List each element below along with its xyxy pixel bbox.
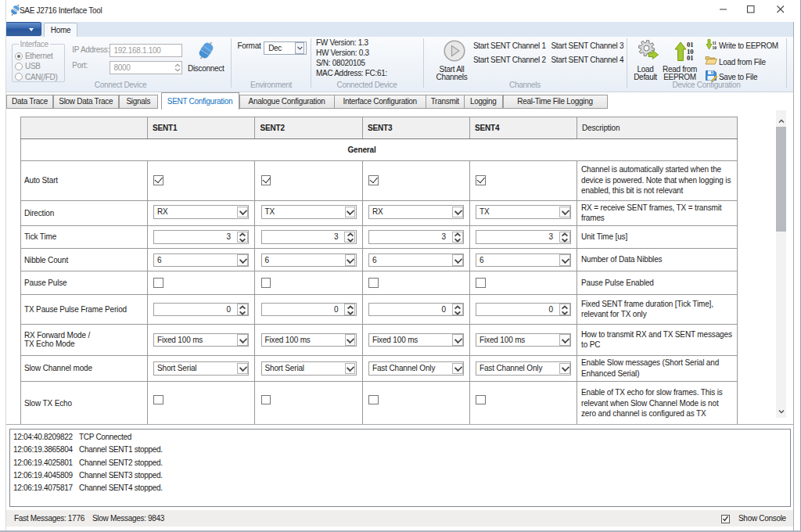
svg-text:10: 10 (713, 45, 717, 50)
svg-text:01: 01 (687, 54, 694, 62)
